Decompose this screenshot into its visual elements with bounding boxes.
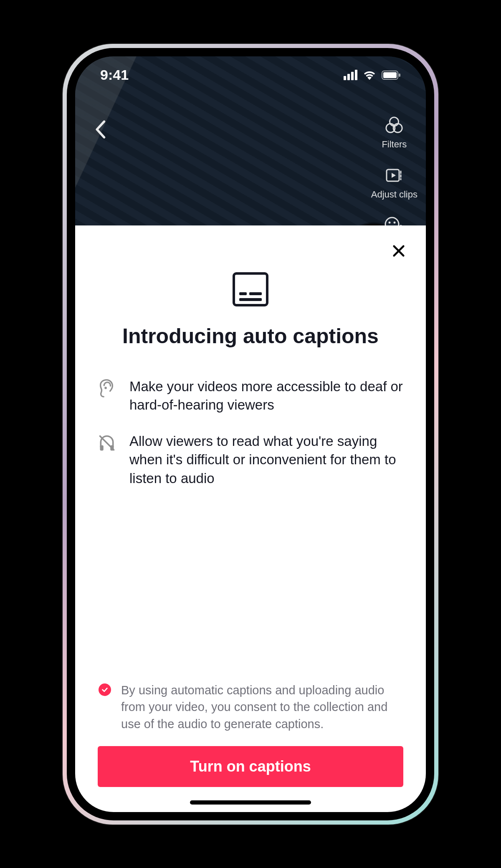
consent-text: By using automatic captions and uploadin… [121, 682, 402, 733]
captions-icon [232, 271, 269, 307]
close-button[interactable] [388, 240, 409, 261]
adjust-clips-icon [384, 165, 405, 186]
adjust-clips-label: Adjust clips [371, 189, 418, 200]
benefit-no-audio: Allow viewers to read what you're saying… [98, 432, 403, 488]
ear-icon [98, 379, 115, 397]
svg-rect-2 [399, 73, 400, 77]
headphones-off-icon [98, 434, 115, 451]
svg-rect-13 [239, 298, 262, 301]
filters-tool[interactable]: Filters [382, 115, 407, 150]
wifi-icon [363, 70, 376, 80]
status-bar: 9:41 [75, 56, 426, 94]
status-icons [344, 70, 401, 80]
back-button[interactable] [90, 119, 111, 140]
sheet-title: Introducing auto captions [98, 324, 403, 348]
close-icon [392, 244, 406, 258]
svg-rect-15 [100, 445, 104, 450]
phone-bezel: 9:41 [67, 48, 434, 820]
filters-icon [384, 115, 405, 136]
auto-captions-sheet: Introducing auto captions Make your vide… [75, 225, 426, 812]
consent-row[interactable]: By using automatic captions and uploadin… [98, 682, 403, 733]
svg-rect-12 [249, 292, 262, 295]
svg-point-8 [389, 221, 391, 223]
home-indicator[interactable] [190, 800, 311, 805]
svg-rect-11 [239, 292, 247, 295]
svg-rect-1 [383, 72, 397, 78]
chevron-left-icon [94, 120, 106, 139]
check-icon [101, 686, 109, 693]
svg-point-9 [394, 221, 396, 223]
adjust-clips-tool[interactable]: Adjust clips [371, 165, 418, 200]
phone-frame: 9:41 [63, 44, 438, 825]
svg-point-14 [104, 387, 107, 389]
consent-checkbox[interactable] [99, 683, 111, 696]
battery-icon [382, 71, 401, 80]
status-time: 9:41 [100, 67, 129, 83]
screen: 9:41 [75, 56, 426, 812]
benefit-accessibility: Make your videos more accessible to deaf… [98, 377, 403, 415]
cellular-signal-icon [344, 70, 357, 80]
benefits-list: Make your videos more accessible to deaf… [98, 377, 403, 488]
benefit-text: Make your videos more accessible to deaf… [129, 377, 403, 415]
turn-on-captions-button[interactable]: Turn on captions [98, 746, 403, 787]
side-toolbar: Filters Adjust clips [371, 115, 418, 236]
filters-label: Filters [382, 139, 407, 150]
benefit-text: Allow viewers to read what you're saying… [129, 432, 403, 488]
